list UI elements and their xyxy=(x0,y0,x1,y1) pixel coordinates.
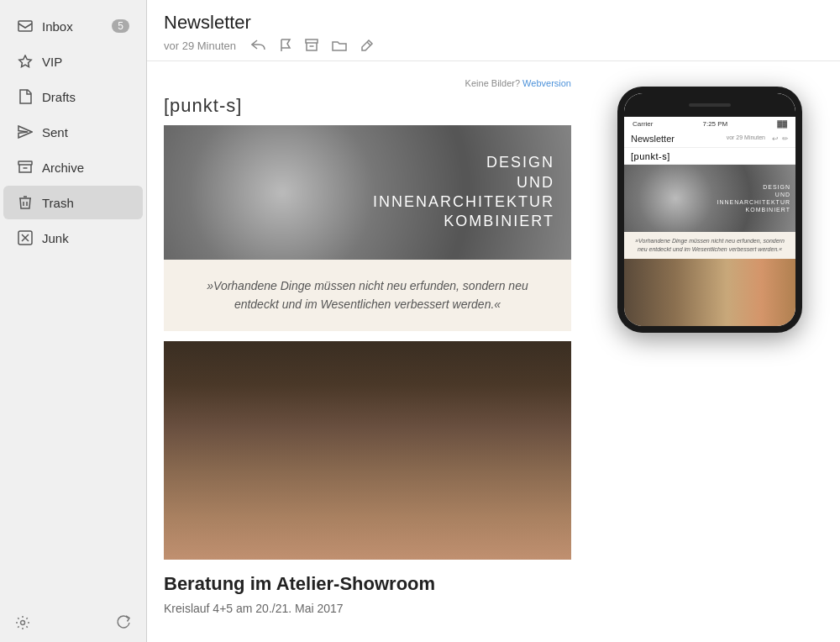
phone-battery: ▓▓ xyxy=(777,120,787,128)
quote-text: »Vorhandene Dinge müssen nicht neu erfun… xyxy=(207,279,528,311)
sidebar-item-archive[interactable]: Archive xyxy=(3,150,143,184)
phone-mockup: Carrier 7:25 PM ▓▓ Newsletter vor 29 Min… xyxy=(588,61,840,642)
sidebar-bottom xyxy=(0,603,146,642)
sidebar-item-inbox[interactable]: Inbox 5 xyxy=(3,9,143,43)
email-subject: Newsletter xyxy=(164,12,823,34)
sent-icon xyxy=(17,124,34,140)
svg-rect-1 xyxy=(18,161,32,165)
article-heading: Beratung im Atelier-Showroom xyxy=(164,573,571,595)
phone-hero-text: DESIGN UND INNENARCHITEKTUR KOMBINIERT xyxy=(710,165,795,232)
phone-time: 7:25 PM xyxy=(702,120,727,128)
svg-rect-0 xyxy=(18,21,32,31)
junk-label: Junk xyxy=(42,231,129,245)
vip-icon xyxy=(17,53,34,70)
phone-compose-icon: ✏ xyxy=(782,134,789,143)
article-image xyxy=(164,341,571,560)
archive-action-icon[interactable] xyxy=(305,39,318,52)
folder-icon[interactable] xyxy=(332,39,347,51)
phone-email-time: vor 29 Minuten xyxy=(727,134,765,143)
archive-icon xyxy=(17,159,34,176)
svg-point-3 xyxy=(21,621,25,625)
email-meta: vor 29 Minuten xyxy=(164,39,823,52)
phone-article-img xyxy=(624,259,795,326)
no-images-label: Keine Bilder? xyxy=(465,78,520,88)
phone-reply-icon: ↩ xyxy=(772,134,779,143)
no-images-bar: Keine Bilder? Webversion xyxy=(164,78,571,88)
inbox-label: Inbox xyxy=(42,19,103,34)
phone-carrier: Carrier xyxy=(633,120,653,128)
sidebar-item-vip[interactable]: VIP xyxy=(3,45,143,78)
email-toolbar xyxy=(251,39,374,52)
refresh-icon[interactable] xyxy=(114,613,133,632)
email-viewer: Newsletter vor 29 Minuten xyxy=(147,0,840,642)
phone-hero-line1: DESIGN xyxy=(763,183,790,191)
article-subheading: Kreislauf 4+5 am 20./21. Mai 2017 xyxy=(164,602,571,615)
inbox-badge: 5 xyxy=(112,19,129,33)
hero-line3: INNENARCHITEKTUR xyxy=(373,192,554,212)
trash-label: Trash xyxy=(42,196,129,210)
phone-brand: [punkt-s] xyxy=(624,148,795,165)
phone-email-title: Newsletter xyxy=(631,134,675,144)
brand-header: [punkt-s] xyxy=(164,95,571,117)
drafts-label: Drafts xyxy=(42,90,129,104)
email-content-area: Keine Bilder? Webversion [punkt-s] DESIG… xyxy=(147,61,588,642)
hero-line2: UND xyxy=(517,173,554,192)
sidebar-item-trash[interactable]: Trash xyxy=(3,186,143,219)
article-image-bg xyxy=(164,341,571,560)
phone-hero-line3: INNENARCHITEKTUR xyxy=(717,198,790,206)
trash-icon xyxy=(17,194,34,211)
phone-email-meta-icons: vor 29 Minuten ↩ ✏ xyxy=(727,134,789,143)
archive-label: Archive xyxy=(42,160,129,175)
svg-rect-4 xyxy=(306,39,318,43)
phone-email-meta: Newsletter vor 29 Minuten ↩ ✏ xyxy=(631,134,789,144)
phone-top xyxy=(624,93,795,117)
junk-icon xyxy=(17,229,34,246)
phone-screen: Carrier 7:25 PM ▓▓ Newsletter vor 29 Min… xyxy=(624,93,795,326)
drafts-icon xyxy=(17,88,34,105)
phone-hero-line2: UND xyxy=(775,191,790,198)
settings-icon[interactable] xyxy=(13,613,32,632)
hero-image: DESIGN UND INNENARCHITEKTUR KOMBINIERT xyxy=(164,125,571,260)
hero-text: DESIGN UND INNENARCHITEKTUR KOMBINIERT xyxy=(368,125,572,260)
phone-email-header: Newsletter vor 29 Minuten ↩ ✏ xyxy=(624,129,795,148)
flag-icon[interactable] xyxy=(280,39,291,52)
inbox-icon xyxy=(17,18,34,34)
hero-line1: DESIGN xyxy=(486,153,554,172)
article-text: Beratung im Atelier-Showroom Kreislauf 4… xyxy=(164,560,571,615)
email-header: Newsletter vor 29 Minuten xyxy=(147,0,840,61)
reply-icon[interactable] xyxy=(251,39,266,51)
phone-status-bar: Carrier 7:25 PM ▓▓ xyxy=(624,117,795,129)
webversion-link[interactable]: Webversion xyxy=(522,78,571,88)
phone-device: Carrier 7:25 PM ▓▓ Newsletter vor 29 Min… xyxy=(617,87,802,333)
phone-hero-line4: KOMBINIERT xyxy=(746,206,790,213)
sidebar-item-drafts[interactable]: Drafts xyxy=(3,80,143,113)
sidebar-item-junk[interactable]: Junk xyxy=(3,221,143,255)
phone-speaker xyxy=(689,103,731,107)
quote-section: »Vorhandene Dinge müssen nicht neu erfun… xyxy=(164,260,571,331)
hero-line4: KOMBINIERT xyxy=(444,212,554,231)
phone-quote: »Vorhandene Dinge müssen nicht neu erfun… xyxy=(624,232,795,259)
sidebar-item-sent[interactable]: Sent xyxy=(3,115,143,149)
vip-label: VIP xyxy=(42,55,129,69)
sidebar: Inbox 5 VIP Drafts Sent xyxy=(0,0,147,642)
email-timestamp: vor 29 Minuten xyxy=(164,39,236,52)
phone-hero: DESIGN UND INNENARCHITEKTUR KOMBINIERT xyxy=(624,165,795,232)
sent-label: Sent xyxy=(42,125,129,139)
email-body: Keine Bilder? Webversion [punkt-s] DESIG… xyxy=(147,61,840,642)
compose-icon[interactable] xyxy=(360,39,374,52)
